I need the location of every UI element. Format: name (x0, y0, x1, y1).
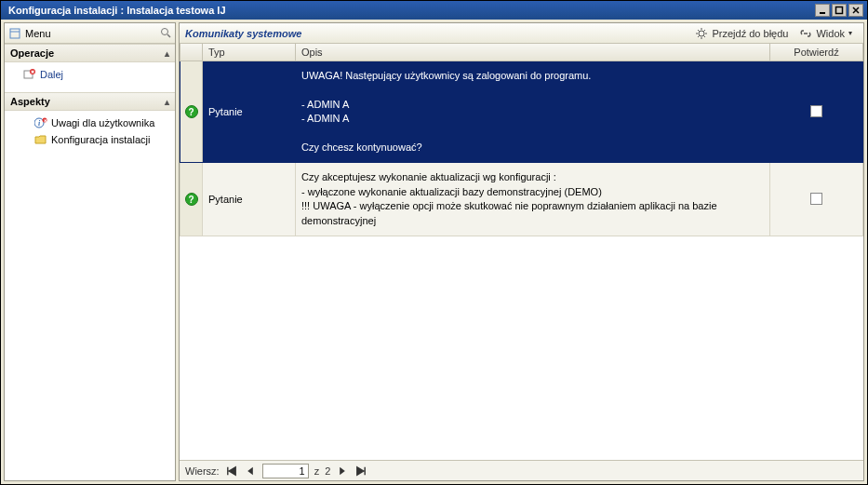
minimize-button[interactable] (815, 4, 830, 17)
cell-typ: Pytanie (203, 61, 296, 163)
column-header-potwierdz[interactable]: Potwierdź (770, 44, 863, 61)
row-icon-cell: ? (180, 61, 203, 163)
pager-last-button[interactable] (354, 465, 367, 478)
svg-line-23 (698, 35, 700, 37)
sidebar-item-label: Dalej (40, 69, 63, 80)
info-icon: i✖ (34, 116, 47, 129)
window-titlebar: Konfiguracja instalacji : Instalacja tes… (1, 1, 867, 20)
pager-next-button[interactable] (336, 465, 349, 478)
pager-label: Wiersz: (185, 465, 220, 477)
svg-line-22 (704, 30, 706, 32)
group-header-label: Operacje (10, 47, 54, 59)
sidebar-item-dalej[interactable]: ✖ Dalej (8, 66, 171, 83)
sidebar-item-label: Konfiguracja instalacji (51, 134, 150, 145)
folder-icon (34, 133, 47, 146)
tool-btn-label: Widok (816, 28, 845, 39)
cell-opis: Czy akceptujesz wykonanie aktualizacji w… (296, 163, 770, 236)
column-header-label: Potwierdź (794, 47, 838, 58)
tree-aspekty: i✖ Uwagi dla użytkownika Konfiguracja in… (5, 111, 175, 157)
menu-bar[interactable]: Menu (5, 23, 175, 44)
window-title: Konfiguracja instalacji : Instalacja tes… (5, 5, 815, 16)
pager: Wiersz: z 2 (180, 460, 863, 480)
svg-text:✖: ✖ (31, 69, 34, 74)
group-header-aspekty[interactable]: Aspekty ▴ (5, 92, 175, 111)
question-icon: ? (185, 105, 198, 118)
menu-label: Menu (25, 28, 160, 39)
pager-separator: z (314, 465, 320, 477)
cell-potwierdz (770, 163, 863, 236)
sidebar-item-konfiguracja[interactable]: Konfiguracja instalacji (8, 131, 171, 148)
column-header-opis[interactable]: Opis (296, 44, 770, 61)
table-row[interactable]: ?PytanieUWAGA! Następujący użytkownicy s… (180, 61, 863, 163)
sidebar-item-uwagi[interactable]: i✖ Uwagi dla użytkownika (8, 115, 171, 131)
column-header-label: Opis (301, 47, 323, 58)
svg-line-21 (704, 35, 706, 37)
top-toolbar: Komunikaty systemowe Przejdź do błędu Wi… (180, 23, 863, 44)
messages-table: Typ Opis Potwierdź ?PytanieUWAGA! Następ… (180, 44, 863, 236)
confirm-checkbox[interactable] (810, 193, 822, 205)
dropdown-arrow-icon: ▾ (848, 29, 852, 37)
column-header-label: Typ (208, 47, 225, 58)
view-button[interactable]: Widok ▾ (794, 25, 858, 42)
svg-rect-4 (10, 29, 20, 38)
question-icon: ? (185, 193, 198, 206)
chevron-up-icon: ▴ (165, 97, 169, 107)
gear-icon (695, 27, 708, 40)
tool-btn-label: Przejdź do błędu (712, 28, 788, 39)
goto-error-button[interactable]: Przejdź do błędu (689, 25, 794, 42)
panel-title: Komunikaty systemowe (185, 28, 689, 39)
cell-potwierdz (770, 61, 863, 163)
svg-line-20 (698, 30, 700, 32)
link-icon (799, 27, 812, 40)
close-button[interactable] (848, 4, 863, 17)
menu-icon (8, 27, 21, 40)
pager-prev-button[interactable] (244, 465, 257, 478)
svg-point-6 (162, 28, 168, 34)
maximize-button[interactable] (832, 4, 847, 17)
column-header-typ[interactable]: Typ (203, 44, 296, 61)
tree-operacje: ✖ Dalej (5, 62, 175, 92)
column-header-icon[interactable] (180, 44, 203, 61)
svg-point-15 (699, 31, 704, 36)
pager-total: 2 (325, 465, 330, 477)
confirm-checkbox[interactable] (810, 105, 822, 117)
grid-container: Typ Opis Potwierdź ?PytanieUWAGA! Następ… (180, 44, 863, 460)
search-icon[interactable] (160, 27, 171, 40)
sidebar-item-label: Uwagi dla użytkownika (51, 117, 154, 128)
next-icon: ✖ (23, 68, 36, 81)
svg-rect-1 (836, 7, 843, 14)
cell-typ: Pytanie (203, 163, 296, 236)
group-header-operacje[interactable]: Operacje ▴ (5, 44, 175, 62)
main-panel: Komunikaty systemowe Przejdź do błędu Wi… (179, 22, 864, 481)
chevron-up-icon: ▴ (165, 48, 169, 59)
table-row[interactable]: ?PytanieCzy akceptujesz wykonanie aktual… (180, 163, 863, 236)
pager-current-input[interactable] (262, 464, 309, 478)
sidebar: Menu Operacje ▴ ✖ Dalej Aspekty ▴ i (4, 22, 176, 481)
group-header-label: Aspekty (10, 96, 50, 107)
cell-opis: UWAGA! Następujący użytkownicy są zalogo… (296, 61, 770, 163)
pager-first-button[interactable] (225, 465, 238, 478)
svg-line-7 (167, 34, 170, 37)
row-icon-cell: ? (180, 163, 203, 236)
